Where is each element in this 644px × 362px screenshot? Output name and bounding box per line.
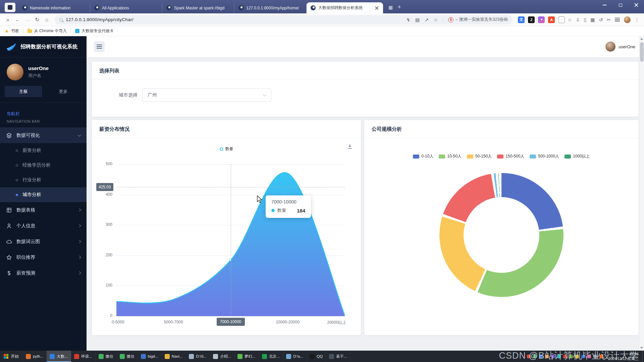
legend-item-1000以上[interactable]: 1000以上 <box>565 154 590 159</box>
sidebar-subitem-城市分析[interactable]: 城市分析 <box>0 187 87 202</box>
legend-item-0-10人[interactable]: 0-10人 <box>413 154 433 159</box>
sidebar-tab-main[interactable]: 主板 <box>5 86 42 97</box>
legend-item-50-150人[interactable]: 50-150人 <box>467 154 492 159</box>
tray-icon-3[interactable] <box>545 355 549 358</box>
taskbar-item-4[interactable]: 微信 <box>117 351 138 362</box>
sidebar-item-数据表格[interactable]: 数据表格 <box>0 202 87 218</box>
company-chart[interactable]: 0-10人10-50人50-150人150-500人500-1000人1000以… <box>364 138 639 335</box>
tray-icon-5[interactable] <box>557 355 561 358</box>
sidebar-user[interactable]: userOne 用户名 <box>0 58 87 86</box>
history-icon[interactable]: ↺ <box>599 17 603 22</box>
favorites-star-icon[interactable]: ☆ <box>568 17 572 22</box>
taskbar-item-1[interactable]: 大数... <box>47 351 71 362</box>
extensions-puzzle-icon[interactable]: ◦ <box>558 16 565 23</box>
taskbar-clock[interactable]: 16:462024/12/11 星期三 <box>606 351 642 362</box>
company-donut-chart[interactable] <box>439 173 564 297</box>
taskbar-item-9[interactable]: 梦幻... <box>234 351 259 362</box>
taskbar-item-6[interactable]: Navi... <box>162 351 186 362</box>
screenshot-scissors-icon[interactable]: ✂ <box>607 17 611 22</box>
sidebar-subitem-经验学历分析[interactable]: 经验学历分析 <box>0 158 87 173</box>
home-button[interactable]: ⌂ <box>42 17 51 22</box>
url-text[interactable]: 127.0.0.1:8000/myApp/cityChar/ <box>66 17 403 22</box>
reader-icon[interactable]: ▤ <box>415 17 420 22</box>
legend-item-500-1000人[interactable]: 500-1000人 <box>530 154 559 159</box>
scroll-up-arrow-icon[interactable] <box>640 38 643 40</box>
browser-tab-2[interactable]: Spark Master at spark://bigd <box>162 2 234 13</box>
tray-icon-7[interactable] <box>569 355 573 358</box>
app-logo-row[interactable]: 招聘数据分析可视化系统 <box>0 36 87 58</box>
taskbar-item-12[interactable]: QQ <box>307 351 326 362</box>
taskbar-item-7[interactable]: D:\S... <box>186 351 210 362</box>
bookmark-item-0[interactable]: ★书签 <box>5 28 19 34</box>
bookmark-item-1[interactable]: 从 Chrome 中导入 <box>28 28 67 34</box>
topbar-user-chip[interactable]: userOne <box>605 42 635 52</box>
taskbar-item-8[interactable]: 介绍... <box>210 351 234 362</box>
sidebar-item-职位推荐[interactable]: 职位推荐 <box>0 249 87 265</box>
news-headline[interactable]: 澳洲一实验室丢失323份病 <box>459 17 508 22</box>
translate-extension-icon[interactable]: 文 <box>518 16 525 23</box>
maximize-button[interactable] <box>612 0 628 10</box>
tray-icon-2[interactable] <box>539 355 543 358</box>
legend-item-150-500人[interactable]: 150-500人 <box>497 154 524 159</box>
taskbar-item-0[interactable]: pyth... <box>23 351 47 362</box>
new-tab-button[interactable]: + <box>397 4 401 11</box>
bookmark-item-2[interactable]: 大数据专业代做:6 <box>75 28 113 34</box>
browser-tab-4[interactable]: 大数据招聘数据分析系统 <box>307 2 383 13</box>
reload-button[interactable]: ↻ <box>33 17 42 23</box>
save-as-image-icon[interactable] <box>347 143 353 149</box>
salary-plot-area[interactable]: 7000-10000 数量 184 01002003004005000-5000… <box>116 164 345 316</box>
browser-profile-avatar[interactable] <box>624 16 631 23</box>
taskbar-item-10[interactable]: 北京... <box>259 351 283 362</box>
browser-tab-3[interactable]: 127.0.0.1:8000/myApp/home/ <box>234 2 307 13</box>
close-button[interactable] <box>628 0 644 10</box>
sidebar-item-数据词云图[interactable]: 数据词云图 <box>0 234 87 249</box>
browser-menu-icon[interactable] <box>615 18 620 21</box>
address-bar[interactable]: 127.0.0.1:8000/myApp/cityChar/ ↯ ▤ ↗ ☆ S… <box>55 15 513 24</box>
tray-icon-11[interactable] <box>593 355 597 358</box>
browser-tab-0[interactable]: Namenode information <box>18 2 90 13</box>
tray-icon-12[interactable] <box>599 355 603 358</box>
show-desktop-button[interactable] <box>642 351 644 362</box>
tray-icon-8[interactable] <box>575 355 579 358</box>
share-icon[interactable]: ↗ <box>425 17 429 22</box>
taskbar-item-5[interactable]: bigd... <box>138 351 162 362</box>
salary-chart[interactable]: 数量 7000-10000 数量 184 <box>92 138 361 335</box>
tray-icon-0[interactable] <box>527 355 531 358</box>
back-button[interactable]: ← <box>13 17 22 22</box>
tray-icon-1[interactable] <box>533 355 537 358</box>
downloads-icon[interactable]: ⇩ <box>576 17 580 22</box>
x-axis-tick-label[interactable]: 7000-10000 <box>216 318 245 326</box>
pinned-tab[interactable] <box>5 3 15 12</box>
forward-button[interactable]: → <box>23 17 32 22</box>
phone-icon[interactable]: ▯ <box>584 17 587 22</box>
tab-close-icon[interactable] <box>375 6 379 10</box>
browser-tab-1[interactable]: All Applications <box>90 2 162 13</box>
tray-icon-10[interactable] <box>587 355 591 358</box>
sidebar-subitem-行业分析[interactable]: 行业分析 <box>0 173 87 187</box>
sidebar-item-数据可视化[interactable]: 数据可视化 <box>0 127 87 143</box>
more-vertical-icon[interactable]: ⋮ <box>635 17 639 22</box>
sidebar-subitem-薪资分析[interactable]: 薪资分析 <box>0 143 87 158</box>
news-widget[interactable]: S ▾ 澳洲一实验室丢失323份病 <box>448 17 508 22</box>
collapse-sidebar-button[interactable] <box>94 41 105 52</box>
start-button[interactable]: 开始 <box>0 351 23 362</box>
tray-icon-9[interactable] <box>581 355 585 358</box>
z-extension-icon[interactable]: Z <box>528 16 535 23</box>
overflow-icon[interactable]: » <box>3 17 12 22</box>
scroll-down-arrow-icon[interactable] <box>640 347 643 349</box>
tray-icon-4[interactable] <box>551 355 555 358</box>
sidebar-item-薪资预测[interactable]: 薪资预测 <box>0 265 87 281</box>
salary-legend[interactable]: 数量 <box>92 146 361 152</box>
legend-item-10-50人[interactable]: 10-50人 <box>439 154 462 159</box>
taskbar-item-11[interactable]: D:\s... <box>283 351 307 362</box>
ai-spark-extension-icon[interactable]: ✦ <box>538 16 545 23</box>
taskbar-item-3[interactable]: 微信 <box>96 351 117 362</box>
apps-grid-icon[interactable]: ▦ <box>590 17 595 22</box>
minimize-button[interactable] <box>597 0 612 10</box>
page-scrollbar[interactable] <box>639 36 644 351</box>
sidebar-item-个人信息[interactable]: 个人信息 <box>0 218 87 234</box>
tab-group-icon[interactable]: ▦ <box>388 5 393 10</box>
taskbar-item-2[interactable]: 毕设... <box>71 351 96 362</box>
adobe-extension-icon[interactable]: A <box>548 16 555 23</box>
city-select[interactable]: 广州 <box>142 88 271 102</box>
